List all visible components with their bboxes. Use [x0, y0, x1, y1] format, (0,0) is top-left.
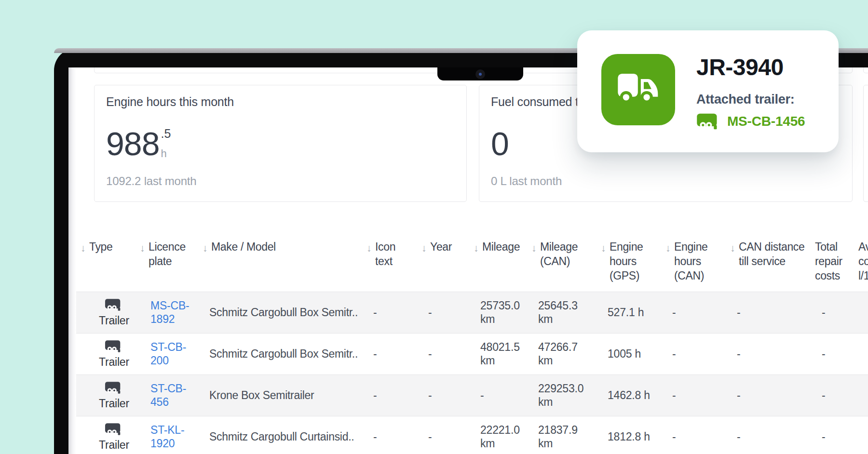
cell-plate: ST-CB-456 — [134, 374, 197, 416]
trailer-icon — [105, 297, 123, 312]
truck-icon — [601, 54, 675, 125]
cutoff-card — [863, 67, 868, 73]
cell-can_distance: - — [724, 374, 809, 416]
cell-plate: ST-KL-1920 — [134, 416, 197, 454]
attached-trailer-plate[interactable]: MS-CB-1456 — [727, 114, 805, 129]
cell-repair: - — [809, 333, 853, 374]
webcam-icon — [475, 69, 485, 79]
card-title: Engine hours this month — [106, 95, 455, 109]
engine-hours-decimal: .5 — [161, 127, 171, 141]
column-header-repair: Total repair costs — [809, 238, 853, 292]
column-header-type[interactable]: ↓Type — [75, 238, 134, 292]
cell-value: - — [428, 430, 432, 443]
column-header-mileage_can[interactable]: ↓Mileage (CAN) — [526, 238, 595, 292]
engine-hours-unit: h — [161, 147, 171, 160]
cell-engine_can: - — [660, 416, 724, 454]
sort-desc-icon: ↓ — [81, 241, 85, 255]
column-header-icon_text[interactable]: ↓Icon text — [361, 238, 416, 292]
column-label: Total repair costs — [815, 240, 842, 282]
cell-engine_can: - — [660, 333, 724, 374]
cell-icon_text: - — [361, 416, 416, 454]
cell-repair: - — [809, 416, 853, 454]
cell-mileage_can: 229253.0 km — [526, 374, 595, 416]
sort-desc-icon: ↓ — [601, 241, 606, 255]
column-label: Year — [430, 240, 452, 253]
trailer-icon — [696, 112, 720, 131]
column-label: Icon text — [375, 240, 395, 267]
cell-value: - — [373, 347, 377, 360]
camera-notch — [437, 67, 523, 80]
cell-icon_text: - — [361, 374, 416, 416]
table-row: TrailerST-KL-1920Schmitz Cargobull Curta… — [75, 416, 868, 454]
column-header-plate[interactable]: ↓Licence plate — [134, 238, 197, 292]
cell-value: - — [480, 389, 484, 401]
cell-value: Schmitz Cargobull Curtainsid.. — [209, 430, 354, 443]
truck-glyph — [609, 60, 668, 119]
cell-value: - — [822, 430, 825, 443]
fleet-table: ↓Type↓Licence plate↓Make / Model↓Icon te… — [75, 238, 868, 454]
column-header-engine_can[interactable]: ↓Engine hours (CAN) — [660, 238, 724, 292]
column-header-engine_gps[interactable]: ↓Engine hours (GPS) — [595, 238, 660, 292]
column-header-model[interactable]: ↓Make / Model — [197, 238, 361, 292]
column-label: Make / Model — [211, 240, 276, 253]
cell-can_distance: - — [724, 333, 809, 374]
engine-hours-card: Engine hours this month 988 .5 h 1092.2 … — [94, 85, 467, 202]
cell-can_distance: - — [724, 416, 809, 454]
cell-value: Krone Box Semitrailer — [209, 389, 314, 401]
column-label: Avg consumption l/100km — [858, 240, 868, 282]
vehicle-number: JR-3940 — [696, 54, 805, 81]
fleet-table-wrap: ↓Type↓Licence plate↓Make / Model↓Icon te… — [75, 238, 868, 454]
cell-value: - — [672, 430, 676, 443]
sort-desc-icon: ↓ — [474, 241, 478, 255]
cell-mileage: 48021.5 km — [468, 333, 526, 374]
column-header-can_distance[interactable]: ↓CAN distance till service — [724, 238, 809, 292]
cell-mileage_can: 25645.3 km — [526, 292, 595, 333]
sort-desc-icon: ↓ — [531, 241, 536, 255]
column-header-year[interactable]: ↓Year — [416, 238, 468, 292]
cell-value: - — [373, 430, 377, 443]
partial-card — [863, 85, 868, 202]
cell-value: - — [737, 430, 740, 443]
column-label: Engine hours (GPS) — [610, 240, 643, 282]
licence-plate-link[interactable]: MS-CB-1892 — [150, 299, 193, 326]
cell-value: 48021.5 km — [480, 341, 520, 367]
trailer-icon — [105, 380, 123, 395]
sort-desc-icon: ↓ — [665, 241, 670, 255]
column-label: Type — [89, 240, 112, 253]
cell-value: - — [737, 347, 740, 360]
cell-value: - — [672, 347, 676, 360]
table-header-row: ↓Type↓Licence plate↓Make / Model↓Icon te… — [75, 238, 868, 292]
cell-type: Trailer — [75, 374, 134, 416]
cell-value: 21837.9 km — [538, 424, 578, 450]
cell-repair: - — [809, 292, 853, 333]
last-month-value: 0 L last month — [491, 174, 841, 188]
column-header-mileage[interactable]: ↓Mileage — [468, 238, 526, 292]
licence-plate-link[interactable]: ST-KL-1920 — [150, 423, 193, 450]
licence-plate-link[interactable]: ST-CB-200 — [150, 340, 193, 367]
cell-model: Schmitz Cargobull Box Semitr.. — [197, 292, 361, 333]
cell-mileage_can: 47266.7 km — [526, 333, 595, 374]
sort-desc-icon: ↓ — [421, 241, 426, 255]
cell-value: - — [672, 389, 676, 401]
popup-text: JR-3940 Attached trailer: MS-CB-1456 — [696, 54, 805, 152]
cell-year: - — [416, 333, 468, 374]
cell-model: Krone Box Semitrailer — [197, 374, 361, 416]
table-row: TrailerST-CB-456Krone Box Semitrailer---… — [75, 374, 868, 416]
sort-desc-icon: ↓ — [730, 241, 735, 255]
cell-mileage_can: 21837.9 km — [526, 416, 595, 454]
licence-plate-link[interactable]: ST-CB-456 — [150, 382, 193, 409]
cell-value: 47266.7 km — [538, 341, 578, 367]
cell-repair: - — [809, 374, 853, 416]
webcam-lens — [479, 73, 482, 76]
cell-value: 527.1 h — [608, 306, 644, 319]
cell-value: - — [822, 389, 825, 401]
cell-value: - — [822, 306, 825, 319]
cell-value: - — [822, 347, 825, 360]
vehicle-type-label: Trailer — [99, 397, 129, 410]
vehicle-popup: JR-3940 Attached trailer: MS-CB-1456 — [577, 30, 839, 152]
cell-value: 25735.0 km — [480, 299, 520, 325]
cell-engine_gps: 1462.8 h — [595, 374, 660, 416]
cell-icon_text: - — [361, 333, 416, 374]
cell-value: - — [428, 347, 432, 360]
sort-desc-icon: ↓ — [366, 241, 371, 255]
